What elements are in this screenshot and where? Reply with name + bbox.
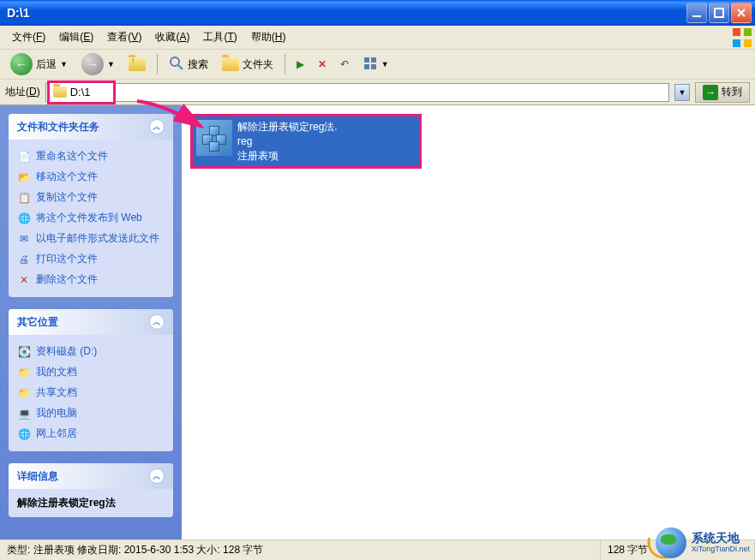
chevron-down-icon: ▼ xyxy=(107,60,115,69)
drive-icon: 💽 xyxy=(17,345,31,359)
search-button[interactable]: 搜索 xyxy=(164,53,213,76)
forward-icon: → xyxy=(81,53,104,75)
address-label: 地址(D) xyxy=(5,85,40,99)
task-move[interactable]: 📂移动这个文件 xyxy=(17,167,165,188)
menu-edit-label: 编辑(E) xyxy=(59,31,93,43)
watermark-name: 系统天地 xyxy=(692,532,750,545)
menu-tools-label: 工具(T) xyxy=(203,31,237,43)
panel-header-details[interactable]: 详细信息 ︽ xyxy=(9,463,173,489)
window-controls xyxy=(686,3,752,23)
place-network[interactable]: 🌐网上邻居 xyxy=(17,424,165,444)
svg-rect-1 xyxy=(715,9,723,17)
place-shared-docs[interactable]: 📁共享文档 xyxy=(17,383,165,403)
copy-icon: 📋 xyxy=(17,191,31,205)
web-icon: 🌐 xyxy=(17,211,31,225)
place-drive-d[interactable]: 💽资料磁盘 (D:) xyxy=(17,342,165,362)
status-main: 类型: 注册表项 修改日期: 2015-6-30 1:53 大小: 128 字节 xyxy=(0,540,601,560)
menu-view[interactable]: 查看(V) xyxy=(100,27,148,47)
up-button[interactable]: ↑ xyxy=(123,55,151,74)
address-value: D:\1 xyxy=(70,86,91,98)
panel-header-other-places[interactable]: 其它位置 ︽ xyxy=(9,309,173,335)
status-bar: 类型: 注册表项 修改日期: 2015-6-30 1:53 大小: 128 字节… xyxy=(0,539,755,560)
task-label: 资料磁盘 (D:) xyxy=(36,345,97,359)
menu-view-label: 查看(V) xyxy=(107,31,141,43)
network-icon: 🌐 xyxy=(17,427,31,441)
menu-favorites[interactable]: 收藏(A) xyxy=(148,27,196,47)
toolbar-separator xyxy=(157,54,158,74)
file-label: 解除注册表锁定reg法. reg 注册表项 xyxy=(237,120,338,163)
menu-help-label: 帮助(H) xyxy=(251,31,286,43)
task-label: 共享文档 xyxy=(36,386,77,400)
task-label: 移动这个文件 xyxy=(36,170,98,184)
main-area: 文件和文件夹任务 ︽ 📄重命名这个文件 📂移动这个文件 📋复制这个文件 🌐将这个… xyxy=(0,105,755,539)
go-arrow-icon: → xyxy=(703,85,718,100)
task-label: 删除这个文件 xyxy=(36,273,98,287)
file-name-line1: 解除注册表锁定reg法. xyxy=(237,120,338,134)
folders-label: 文件夹 xyxy=(243,57,273,72)
menu-file[interactable]: 文件(F) xyxy=(5,27,52,47)
task-label: 以电子邮件形式发送此文件 xyxy=(36,232,159,246)
print-icon: 🖨 xyxy=(17,253,31,266)
menu-help[interactable]: 帮助(H) xyxy=(244,27,293,47)
address-field[interactable]: D:\1 xyxy=(45,83,669,102)
file-name-line2: reg xyxy=(237,134,338,149)
place-my-computer[interactable]: 💻我的电脑 xyxy=(17,403,165,424)
email-icon: ✉ xyxy=(17,232,31,246)
back-button[interactable]: ← 后退 ▼ xyxy=(5,51,73,78)
content-area[interactable]: 解除注册表锁定reg法. reg 注册表项 xyxy=(182,105,755,539)
go-button[interactable]: → 转到 xyxy=(695,82,750,103)
chevron-down-icon: ▼ xyxy=(381,60,389,69)
move-icon: 📂 xyxy=(17,170,31,184)
task-copy[interactable]: 📋复制这个文件 xyxy=(17,188,165,208)
svg-rect-5 xyxy=(371,57,376,63)
place-my-documents[interactable]: 📁我的文档 xyxy=(17,362,165,383)
menu-file-label: 文件(F) xyxy=(12,31,45,43)
task-label: 打印这个文件 xyxy=(36,253,98,266)
task-rename[interactable]: 📄重命名这个文件 xyxy=(17,146,165,167)
maximize-button[interactable] xyxy=(709,3,729,23)
panel-title: 文件和文件夹任务 xyxy=(17,120,99,134)
menu-bar: 文件(F) 编辑(E) 查看(V) 收藏(A) 工具(T) 帮助(H) xyxy=(0,26,755,50)
delete-icon: ✕ xyxy=(17,273,31,287)
menu-tools[interactable]: 工具(T) xyxy=(196,27,243,47)
address-highlight-annotation: D:\1 xyxy=(47,80,116,104)
undo-button[interactable]: ↶ xyxy=(335,56,354,73)
toolbar-separator xyxy=(285,54,285,74)
computer-icon: 💻 xyxy=(17,407,31,420)
task-web-publish[interactable]: 🌐将这个文件发布到 Web xyxy=(17,208,165,229)
back-icon: ← xyxy=(10,53,33,75)
undo-icon: ↶ xyxy=(340,58,349,70)
windows-flag-icon xyxy=(733,28,752,47)
views-button[interactable]: ▼ xyxy=(357,53,394,76)
panel-details: 详细信息 ︽ 解除注册表锁定reg法 xyxy=(9,463,173,517)
chevron-down-icon: ▼ xyxy=(679,88,686,97)
search-label: 搜索 xyxy=(188,57,208,72)
panel-title: 其它位置 xyxy=(17,315,58,330)
task-label: 复制这个文件 xyxy=(36,191,98,205)
panel-header-file-tasks[interactable]: 文件和文件夹任务 ︽ xyxy=(9,114,173,140)
folder-icon xyxy=(53,86,67,98)
panel-body: 💽资料磁盘 (D:) 📁我的文档 📁共享文档 💻我的电脑 🌐网上邻居 xyxy=(9,335,173,451)
task-email[interactable]: ✉以电子邮件形式发送此文件 xyxy=(17,229,165,249)
documents-icon: 📁 xyxy=(17,366,31,379)
menu-edit[interactable]: 编辑(E) xyxy=(52,27,100,47)
minimize-button[interactable] xyxy=(686,3,707,23)
views-icon xyxy=(363,56,378,74)
file-item-selected[interactable]: 解除注册表锁定reg法. reg 注册表项 xyxy=(190,114,422,169)
sync-icon: ▶ xyxy=(297,58,304,70)
details-text: 解除注册表锁定reg法 xyxy=(17,496,165,510)
forward-button[interactable]: → ▼ xyxy=(76,51,120,78)
go-label: 转到 xyxy=(722,85,742,99)
close-button[interactable] xyxy=(731,3,752,23)
stop-button[interactable]: ✕ xyxy=(313,56,332,73)
menu-favorites-label: 收藏(A) xyxy=(155,31,189,43)
address-dropdown-button[interactable]: ▼ xyxy=(674,84,690,101)
stop-icon: ✕ xyxy=(318,58,327,70)
task-delete[interactable]: ✕删除这个文件 xyxy=(17,270,165,290)
folder-up-icon: ↑ xyxy=(129,57,146,71)
sync-button[interactable]: ▶ xyxy=(291,56,309,73)
folders-button[interactable]: 文件夹 xyxy=(217,55,279,74)
task-print[interactable]: 🖨打印这个文件 xyxy=(17,249,165,270)
watermark: 系统天地 XiTongTianDi.net xyxy=(656,527,750,558)
watermark-url: XiTongTianDi.net xyxy=(692,545,750,554)
